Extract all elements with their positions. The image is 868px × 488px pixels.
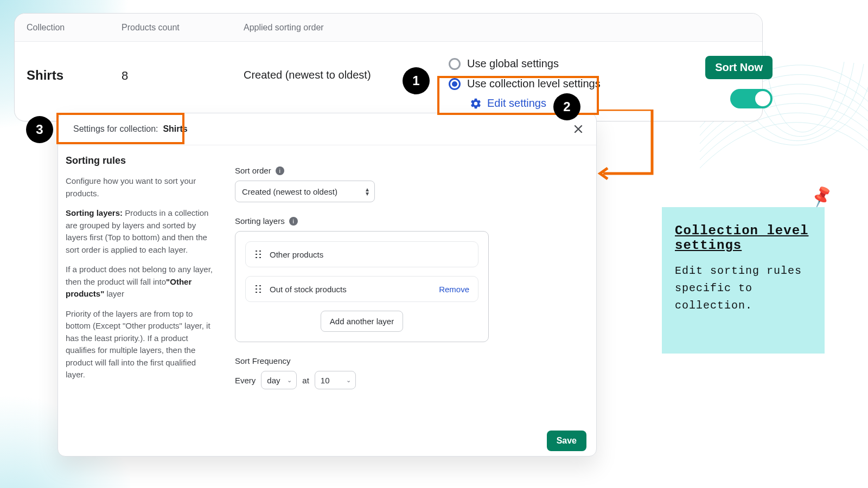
chevron-down-icon: ⌄	[287, 377, 292, 384]
sort-order-select[interactable]: Created (newest to oldest) ▴▾	[235, 181, 375, 202]
sorting-rules-p3: If a product does not belong to any laye…	[66, 264, 213, 300]
dialog-title: Settings for collection: Shirts	[69, 123, 192, 135]
step-badge-1: 1	[403, 67, 430, 94]
step-badge-3: 3	[26, 116, 53, 143]
sorting-layers-box: Other products Out of stock products Rem…	[235, 231, 489, 342]
collection-name: Shirts	[27, 52, 122, 83]
layer-item[interactable]: Out of stock products Remove	[245, 276, 478, 302]
dialog-title-collection: Shirts	[163, 124, 187, 133]
enable-toggle[interactable]	[730, 89, 773, 108]
sorting-rules-p2: Sorting layers: Products in a collection…	[66, 207, 213, 256]
gear-icon	[470, 98, 482, 110]
drag-handle-icon[interactable]	[254, 284, 262, 294]
step-badge-2: 2	[553, 93, 580, 120]
dialog-right-pane: Sort order i Created (newest to oldest) …	[221, 145, 596, 424]
sorting-rules-p1: Configure how you want to sort your prod…	[66, 175, 213, 200]
layer-name: Out of stock products	[270, 285, 347, 294]
radio-icon	[449, 78, 461, 90]
save-button[interactable]: Save	[547, 431, 586, 451]
collection-settings-dialog: Settings for collection: Shirts Sorting …	[58, 113, 597, 457]
dialog-title-prefix: Settings for collection:	[73, 124, 158, 133]
sort-now-button[interactable]: Sort Now	[705, 56, 773, 79]
freq-unit-value: day	[267, 376, 280, 385]
arrow-connector	[597, 110, 656, 180]
radio-label: Use collection level settings	[467, 78, 601, 90]
updown-icon: ▴▾	[366, 187, 369, 196]
sort-order-label: Sort order	[235, 166, 271, 175]
remove-layer-link[interactable]: Remove	[439, 285, 469, 294]
col-header-sort: Applied sorting order	[244, 23, 447, 33]
sort-order-value: Created (newest to oldest)	[242, 187, 337, 196]
sorting-rules-p4: Priority of the layers are from top to b…	[66, 308, 213, 381]
products-count: 8	[122, 52, 244, 83]
layer-item[interactable]: Other products	[245, 241, 478, 267]
explainer-note: Collection level settings Edit sorting r…	[662, 207, 825, 354]
table-row: Shirts 8 Created (newest to oldest) Use …	[15, 42, 762, 111]
sorting-layers-term: Sorting layers:	[66, 208, 123, 217]
close-icon	[573, 124, 583, 134]
freq-unit-select[interactable]: day ⌄	[261, 371, 297, 389]
drag-handle-icon[interactable]	[254, 249, 262, 259]
info-icon[interactable]: i	[276, 166, 284, 175]
note-title: Collection level settings	[675, 223, 812, 253]
radio-global-settings[interactable]: Use global settings	[447, 56, 675, 72]
add-layer-button[interactable]: Add another layer	[321, 311, 403, 332]
radio-icon	[449, 58, 461, 70]
freq-at-label: at	[302, 376, 309, 385]
freq-time-value: 10	[321, 376, 330, 385]
sorting-rules-heading: Sorting rules	[66, 155, 213, 166]
pin-icon: 📌	[808, 183, 835, 210]
col-header-count: Products count	[122, 23, 244, 33]
radio-collection-settings[interactable]: Use collection level settings	[447, 76, 675, 92]
close-button[interactable]	[571, 122, 585, 136]
info-icon[interactable]: i	[289, 217, 298, 226]
freq-time-select[interactable]: 10 ⌄	[315, 371, 356, 389]
sort-frequency-label: Sort Frequency	[235, 356, 291, 365]
freq-every-label: Every	[235, 376, 256, 385]
collection-row-card: Collection Products count Applied sortin…	[14, 13, 763, 121]
col-header-collection: Collection	[27, 23, 122, 33]
radio-label: Use global settings	[467, 57, 559, 70]
table-header: Collection Products count Applied sortin…	[15, 14, 762, 42]
chevron-down-icon: ⌄	[346, 377, 351, 384]
layer-name: Other products	[270, 250, 323, 259]
sorting-rules-p3c: layer	[104, 289, 124, 298]
dialog-left-pane: Sorting rules Configure how you want to …	[58, 145, 221, 424]
sorting-layers-label: Sorting layers	[235, 216, 285, 226]
edit-settings-label: Edit settings	[487, 97, 546, 110]
note-body: Edit sorting rules specific to collectio…	[675, 262, 812, 314]
